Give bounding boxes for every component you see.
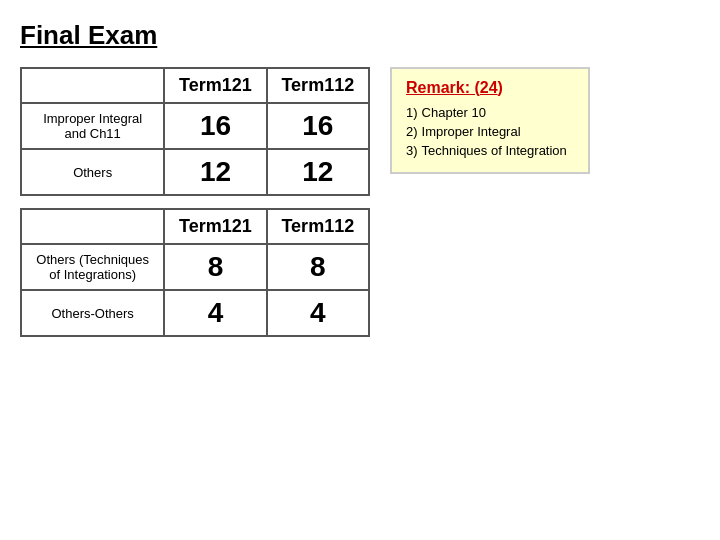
remark-list: 1)Chapter 102)Improper Integral3)Techniq…	[406, 105, 574, 158]
table1-row-val2-0: 16	[267, 103, 369, 149]
table1-row-val2-1: 12	[267, 149, 369, 195]
remark-box: Remark: (24) 1)Chapter 102)Improper Inte…	[390, 67, 590, 174]
remark-item-text-1: Improper Integral	[422, 124, 521, 139]
table-row: Others1212	[21, 149, 369, 195]
remark-item-num-0: 1)	[406, 105, 418, 120]
table1-row-val1-0: 16	[164, 103, 266, 149]
table-row: Improper Integral and Ch111616	[21, 103, 369, 149]
remark-item-text-0: Chapter 10	[422, 105, 486, 120]
page-title: Final Exam	[20, 20, 700, 51]
table2-col1-header: Term121	[164, 209, 266, 244]
tables-section: Term121 Term112 Improper Integral and Ch…	[20, 67, 370, 337]
table2-row-val2-1: 4	[267, 290, 369, 336]
remark-item-num-2: 3)	[406, 143, 418, 158]
table1-col2-header: Term112	[267, 68, 369, 103]
remark-item-num-1: 2)	[406, 124, 418, 139]
table2-col2-header: Term112	[267, 209, 369, 244]
table2: Term121 Term112 Others (Techniques of In…	[20, 208, 370, 337]
table2-empty-header	[21, 209, 164, 244]
table2-row-val2-0: 8	[267, 244, 369, 290]
table2-row-label-0: Others (Techniques of Integrations)	[21, 244, 164, 290]
remark-item-text-2: Techniques of Integration	[422, 143, 567, 158]
remark-title-text: Remark: (	[406, 79, 480, 96]
table-row: Others (Techniques of Integrations)88	[21, 244, 369, 290]
remark-number: 24	[480, 79, 498, 96]
table1-row-label-1: Others	[21, 149, 164, 195]
table2-row-val1-1: 4	[164, 290, 266, 336]
remark-item-0: 1)Chapter 10	[406, 105, 574, 120]
remark-close: )	[498, 79, 503, 96]
table-row: Others-Others44	[21, 290, 369, 336]
table1-row-val1-1: 12	[164, 149, 266, 195]
table1: Term121 Term112 Improper Integral and Ch…	[20, 67, 370, 196]
table1-col1-header: Term121	[164, 68, 266, 103]
table1-empty-header	[21, 68, 164, 103]
remark-title: Remark: (24)	[406, 79, 574, 97]
table2-row-val1-0: 8	[164, 244, 266, 290]
table2-row-label-1: Others-Others	[21, 290, 164, 336]
table1-row-label-0: Improper Integral and Ch11	[21, 103, 164, 149]
main-layout: Term121 Term112 Improper Integral and Ch…	[20, 67, 700, 337]
remark-item-2: 3)Techniques of Integration	[406, 143, 574, 158]
remark-item-1: 2)Improper Integral	[406, 124, 574, 139]
